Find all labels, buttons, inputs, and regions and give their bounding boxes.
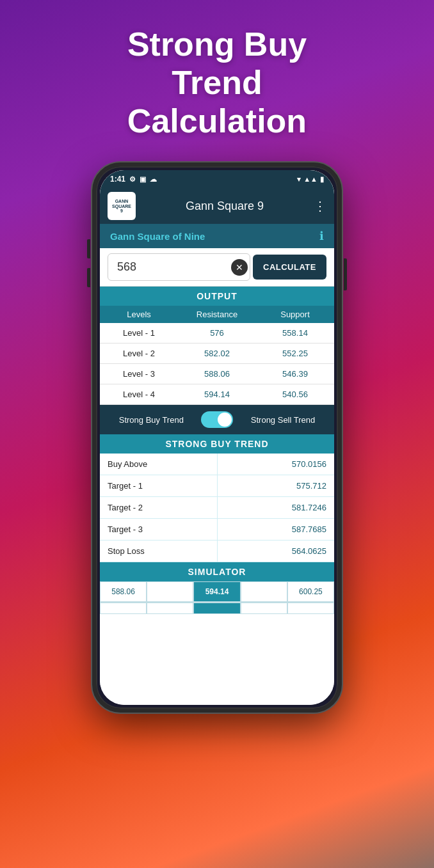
- support-2: 552.25: [256, 343, 334, 363]
- screen-content: 1:41 ⚙ ▣ ☁ ▾ ▲▲ ▮ GANN SQUARE 9: [100, 170, 334, 705]
- resistance-4: 594.14: [178, 384, 256, 404]
- resistance-1: 576: [178, 323, 256, 343]
- trend-row: Stop Loss 564.0625: [100, 541, 334, 562]
- simulator-section: SIMULATOR 588.06 594.14 600.25: [100, 562, 334, 614]
- status-bar: 1:41 ⚙ ▣ ☁ ▾ ▲▲ ▮: [100, 170, 334, 188]
- cloud-icon: ☁: [150, 175, 157, 184]
- trend-row: Target - 3 587.7685: [100, 519, 334, 541]
- status-right: ▾ ▲▲ ▮: [297, 175, 324, 184]
- sim-cell-r2-2[interactable]: [193, 603, 240, 614]
- sub-header-text: Gann Square of Nine: [110, 231, 205, 242]
- app-logo: GANN SQUARE 9: [108, 192, 136, 220]
- trend-value-4: 564.0625: [218, 541, 335, 562]
- headline-text: Strong Buy: [127, 26, 307, 63]
- phone-wrapper: 1:41 ⚙ ▣ ☁ ▾ ▲▲ ▮ GANN SQUARE 9: [92, 162, 342, 713]
- level-4: Level - 4: [100, 384, 178, 404]
- trend-toggle[interactable]: [201, 411, 233, 428]
- sim-cell-r2-3[interactable]: [241, 603, 287, 614]
- trend-value-3: 587.7685: [218, 519, 335, 540]
- input-row: ✕ CALCULATE: [100, 248, 334, 287]
- table-row: Level - 3 588.06 546.39: [100, 364, 334, 384]
- simulator-grid-row1: 588.06 594.14 600.25: [100, 581, 334, 602]
- app-bar: GANN SQUARE 9 Gann Square 9 ⋮: [100, 188, 334, 224]
- support-3: 546.39: [256, 364, 334, 384]
- calculate-button[interactable]: CALCULATE: [253, 255, 326, 280]
- trend-value-2: 581.7246: [218, 497, 335, 518]
- sim-cell-r2-1[interactable]: [147, 603, 193, 614]
- trend-row: Target - 1 575.712: [100, 475, 334, 497]
- level-1: Level - 1: [100, 323, 178, 343]
- sim-cell-2[interactable]: 594.14: [193, 581, 240, 602]
- table-row: Level - 1 576 558.14: [100, 323, 334, 343]
- headline-line3: Calculation: [127, 102, 307, 139]
- table-row: Level - 2 582.02 552.25: [100, 343, 334, 364]
- simulator-grid-row2: [100, 602, 334, 614]
- logo-text: GANN SQUARE 9: [112, 199, 131, 214]
- value-input[interactable]: [108, 253, 250, 281]
- app-title: Gann Square 9: [142, 200, 307, 213]
- headline: Strong Buy Trend Calculation: [102, 0, 332, 159]
- sd-icon: ▣: [140, 175, 146, 184]
- trend-row: Buy Above 570.0156: [100, 454, 334, 475]
- volume-up-button[interactable]: [87, 239, 90, 258]
- col-resistance: Resistance: [178, 306, 256, 323]
- sim-cell-1[interactable]: [147, 581, 193, 602]
- status-left: 1:41 ⚙ ▣ ☁: [110, 175, 157, 184]
- headline-line2: Trend: [172, 64, 262, 101]
- sub-header: Gann Square of Nine ℹ: [100, 224, 334, 248]
- level-2: Level - 2: [100, 343, 178, 363]
- table-row: Level - 4 594.14 540.56: [100, 384, 334, 405]
- settings-icon: ⚙: [129, 175, 136, 184]
- trend-label-0: Buy Above: [100, 454, 218, 475]
- toggle-knob: [218, 413, 232, 427]
- resistance-2: 582.02: [178, 343, 256, 363]
- resistance-3: 588.06: [178, 364, 256, 384]
- trend-label-4: Stop Loss: [100, 541, 218, 562]
- level-3: Level - 3: [100, 364, 178, 384]
- sim-cell-3[interactable]: [241, 581, 287, 602]
- output-header: OUTPUT: [100, 287, 334, 306]
- signal-icon: ▲▲: [303, 175, 317, 183]
- info-icon[interactable]: ℹ: [319, 229, 324, 243]
- output-table-header: Levels Resistance Support: [100, 306, 334, 323]
- output-section: OUTPUT Levels Resistance Support Level -…: [100, 287, 334, 405]
- trend-label-1: Target - 1: [100, 475, 218, 496]
- trend-label-3: Target - 3: [100, 519, 218, 540]
- volume-down-button[interactable]: [87, 268, 90, 287]
- toggle-buy-label: Strong Buy Trend: [119, 415, 184, 425]
- time-display: 1:41: [110, 175, 125, 184]
- trend-section: STRONG BUY TREND Buy Above 570.0156 Targ…: [100, 434, 334, 562]
- trend-row: Target - 2 581.7246: [100, 497, 334, 519]
- wifi-icon: ▾: [297, 175, 301, 184]
- sim-cell-4[interactable]: 600.25: [287, 581, 334, 602]
- clear-button[interactable]: ✕: [231, 259, 248, 276]
- support-1: 558.14: [256, 323, 334, 343]
- support-4: 540.56: [256, 384, 334, 404]
- phone-screen: 1:41 ⚙ ▣ ☁ ▾ ▲▲ ▮ GANN SQUARE 9: [100, 170, 334, 705]
- col-support: Support: [256, 306, 334, 323]
- sim-cell-r2-4[interactable]: [287, 603, 334, 614]
- battery-icon: ▮: [320, 175, 324, 184]
- col-levels: Levels: [100, 306, 178, 323]
- menu-button[interactable]: ⋮: [314, 198, 326, 214]
- simulator-header: SIMULATOR: [100, 562, 334, 581]
- clear-icon: ✕: [236, 262, 243, 272]
- power-button[interactable]: [344, 258, 347, 290]
- phone-frame: 1:41 ⚙ ▣ ☁ ▾ ▲▲ ▮ GANN SQUARE 9: [92, 162, 342, 713]
- sim-cell-0[interactable]: 588.06: [100, 581, 147, 602]
- trend-value-1: 575.712: [218, 475, 335, 496]
- sim-cell-r2-0[interactable]: [100, 603, 147, 614]
- toggle-row: Strong Buy Trend Strong Sell Trend: [100, 405, 334, 434]
- toggle-sell-label: Strong Sell Trend: [251, 415, 315, 425]
- trend-value-0: 570.0156: [218, 454, 335, 475]
- trend-label-2: Target - 2: [100, 497, 218, 518]
- trend-header: STRONG BUY TREND: [100, 434, 334, 454]
